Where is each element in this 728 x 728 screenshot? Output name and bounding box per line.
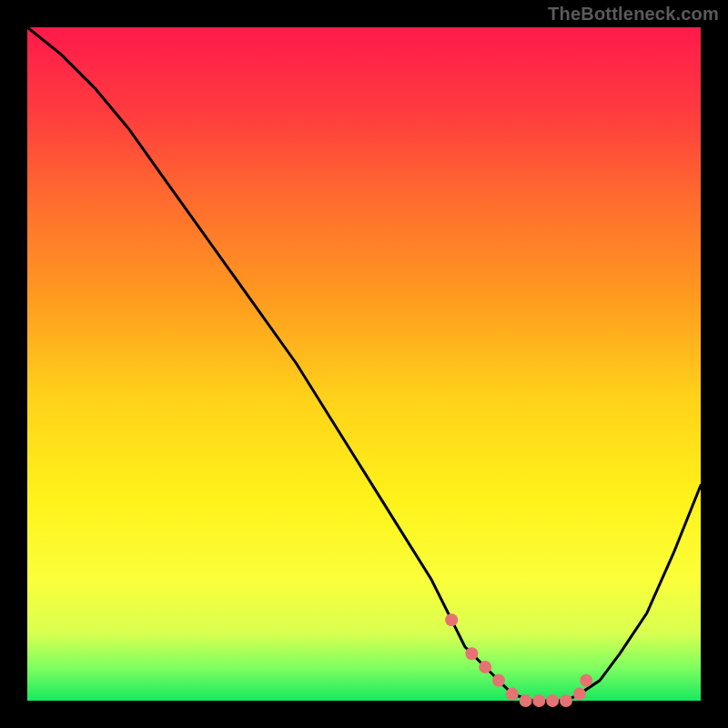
bottleneck-chart [0, 0, 728, 728]
highlight-dot [520, 694, 532, 707]
chart-frame: TheBottleneck.com [0, 0, 728, 728]
highlight-dot [465, 647, 478, 660]
highlight-dot [492, 674, 505, 687]
highlight-dot [445, 613, 458, 626]
highlight-dot [479, 661, 491, 673]
highlight-dot [546, 694, 559, 707]
highlight-dot [506, 688, 519, 701]
highlight-dot [560, 694, 572, 707]
highlight-dot [580, 674, 592, 687]
highlight-dot [573, 688, 586, 701]
highlight-dot [532, 694, 545, 707]
watermark-label: TheBottleneck.com [548, 4, 719, 25]
